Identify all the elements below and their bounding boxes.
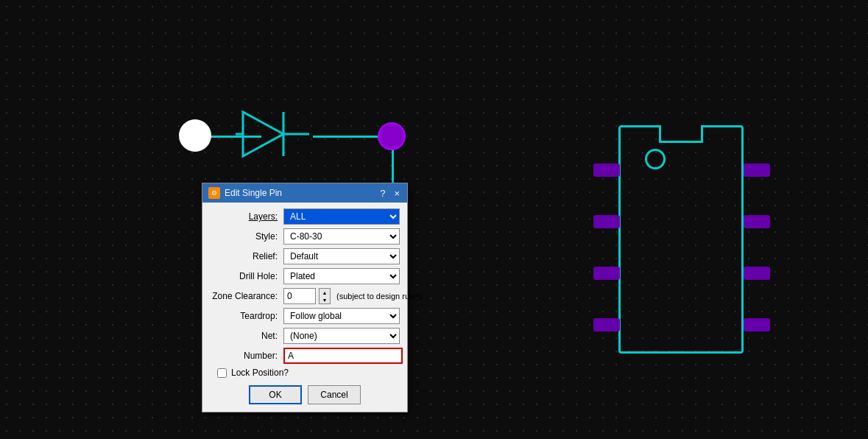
dialog-buttons: OK Cancel (210, 382, 400, 404)
net-select-wrapper[interactable]: (None) GND VCC (283, 328, 400, 344)
diode-symbol (236, 105, 317, 164)
lock-position-label: Lock Position? (231, 368, 289, 378)
style-select-wrapper[interactable]: C-80-30 C-60-30 R-80-30 (283, 228, 400, 245)
zone-clearance-hint: (subject to design rules) (336, 292, 423, 301)
net-label: Net: (210, 331, 283, 341)
ic-pin-left-2 (593, 215, 620, 228)
layers-row: Layers: ALL F.Cu B.Cu (210, 208, 400, 225)
close-button[interactable]: × (392, 189, 401, 198)
ic-pin-right-4 (744, 318, 770, 331)
teardrop-label: Teardrop: (210, 311, 283, 321)
number-label: Number: (210, 351, 283, 361)
drill-hole-select-wrapper[interactable]: Plated Non-Plated (283, 268, 400, 284)
svg-marker-0 (243, 112, 283, 156)
cancel-button[interactable]: Cancel (308, 385, 361, 404)
titlebar-left: ⚙ Edit Single Pin (208, 187, 282, 199)
style-row: Style: C-80-30 C-60-30 R-80-30 (210, 228, 400, 245)
teardrop-select[interactable]: Follow global Enabled Disabled (283, 308, 400, 324)
dialog-titlebar: ⚙ Edit Single Pin ? × (202, 183, 407, 203)
relief-label: Relief: (210, 251, 283, 261)
layers-select[interactable]: ALL F.Cu B.Cu (283, 208, 400, 225)
ok-button[interactable]: OK (249, 385, 302, 404)
dialog-body: Layers: ALL F.Cu B.Cu Style: C-80-30 C-6… (202, 203, 407, 412)
number-row: Number: (210, 348, 400, 364)
lock-position-row: Lock Position? (210, 368, 400, 378)
ic-pin-left-1 (593, 164, 620, 177)
zone-clearance-row: Zone Clearance: ▲ ▼ (subject to design r… (210, 288, 400, 304)
zone-clearance-spinner: ▲ ▼ (319, 288, 331, 304)
net-row: Net: (None) GND VCC (210, 328, 400, 344)
ic-notch (659, 125, 703, 143)
number-input[interactable] (283, 348, 403, 364)
zone-clearance-label: Zone Clearance: (210, 291, 283, 301)
ic-pin-right-2 (744, 215, 770, 228)
drill-hole-row: Drill Hole: Plated Non-Plated (210, 268, 400, 284)
lock-position-checkbox[interactable] (217, 368, 227, 378)
layers-label: Layers: (210, 211, 283, 222)
ic-pin1-marker (645, 149, 666, 169)
zone-clearance-up[interactable]: ▲ (320, 289, 330, 296)
style-select[interactable]: C-80-30 C-60-30 R-80-30 (283, 228, 400, 245)
dialog-icon: ⚙ (208, 187, 220, 199)
node-purple-top (378, 122, 406, 150)
zone-clearance-input-wrapper: ▲ ▼ (subject to design rules) (283, 288, 423, 304)
net-select[interactable]: (None) GND VCC (283, 328, 400, 344)
dialog-title: Edit Single Pin (225, 188, 282, 198)
relief-row: Relief: Default None Full (210, 248, 400, 264)
relief-select-wrapper[interactable]: Default None Full (283, 248, 400, 264)
ic-pin-left-4 (593, 318, 620, 331)
teardrop-row: Teardrop: Follow global Enabled Disabled (210, 308, 400, 324)
titlebar-actions: ? × (378, 189, 401, 198)
zone-clearance-down[interactable]: ▼ (320, 296, 330, 303)
ic-pin-right-3 (744, 267, 770, 280)
zone-clearance-input[interactable] (283, 288, 316, 304)
style-label: Style: (210, 231, 283, 242)
drill-hole-select[interactable]: Plated Non-Plated (283, 268, 400, 284)
drill-hole-label: Drill Hole: (210, 271, 283, 281)
wire-2 (313, 136, 381, 138)
help-button[interactable]: ? (378, 189, 387, 198)
layers-select-wrapper[interactable]: ALL F.Cu B.Cu (283, 208, 400, 225)
ic-body (618, 125, 744, 354)
teardrop-select-wrapper[interactable]: Follow global Enabled Disabled (283, 308, 400, 324)
node-white-circle (179, 119, 211, 152)
edit-single-pin-dialog[interactable]: ⚙ Edit Single Pin ? × Layers: ALL F.Cu B… (202, 183, 408, 412)
ic-pin-right-1 (744, 164, 770, 177)
ic-pin-left-3 (593, 267, 620, 280)
relief-select[interactable]: Default None Full (283, 248, 400, 264)
